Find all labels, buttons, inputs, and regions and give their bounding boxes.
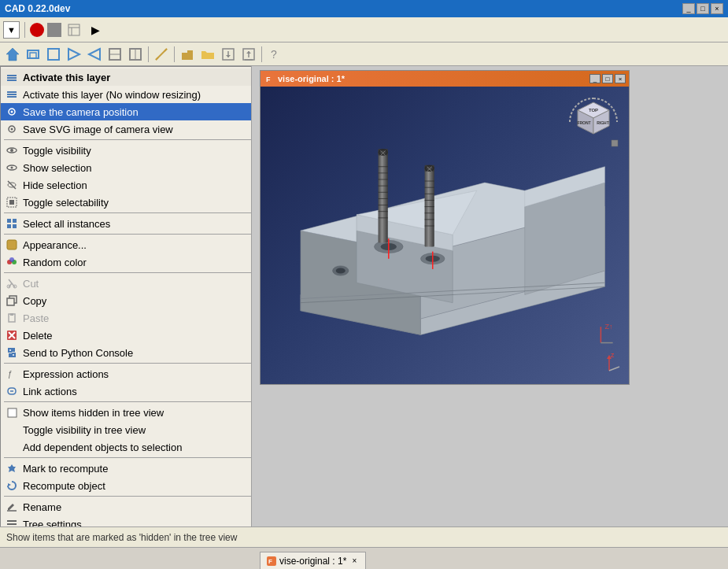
menu-item-random-color[interactable]: Random color bbox=[1, 253, 252, 271]
menu-item-activate-no-resize[interactable]: Activate this layer (No window resizing) bbox=[1, 86, 252, 103]
export-button[interactable] bbox=[219, 45, 238, 64]
svg-marker-7 bbox=[68, 49, 79, 60]
toolbar-row1: ▼ ▶ bbox=[0, 17, 728, 42]
svg-rect-133 bbox=[612, 140, 618, 146]
menu-item-hide-selection[interactable]: Hide selection bbox=[1, 176, 252, 194]
svg-rect-17 bbox=[187, 50, 193, 60]
menu-item-link-actions[interactable]: Link actions ▶ bbox=[1, 382, 252, 400]
menu-label: Show items hidden in tree view bbox=[23, 407, 164, 419]
view-back-button[interactable] bbox=[105, 45, 124, 64]
menu-item-cut[interactable]: Cut Ctrl+X bbox=[1, 275, 252, 292]
menu-label: Show selection bbox=[23, 162, 91, 174]
tab-label: vise-original : 1* bbox=[279, 556, 346, 567]
appearance-icon bbox=[6, 238, 18, 251]
import-button[interactable] bbox=[239, 45, 258, 64]
menu-item-toggle-visibility[interactable]: Toggle visibility Space bbox=[1, 142, 252, 159]
folder-button[interactable] bbox=[198, 45, 217, 64]
play-button[interactable]: ▶ bbox=[87, 20, 105, 39]
link-icon bbox=[6, 385, 18, 397]
svg-text:?: ? bbox=[271, 48, 277, 61]
menu-label: Copy bbox=[23, 295, 46, 307]
svg-rect-44 bbox=[7, 219, 11, 223]
minimize-button[interactable]: _ bbox=[682, 3, 695, 14]
axis-indicator: Z bbox=[597, 351, 621, 376]
menu-label: Add dependent objects to selection bbox=[23, 442, 182, 453]
svg-line-14 bbox=[156, 57, 158, 60]
svg-point-37 bbox=[10, 149, 13, 152]
view-top-button[interactable] bbox=[44, 45, 63, 64]
nav-cube[interactable]: TOP FRONT RIGHT bbox=[566, 94, 621, 150]
menu-label: Tree settings bbox=[23, 519, 82, 527]
menu-item-save-camera[interactable]: Save the camera position bbox=[1, 103, 252, 120]
measure-button[interactable] bbox=[152, 45, 171, 64]
inner-maximize-button[interactable]: □ bbox=[602, 74, 613, 83]
menu-item-add-dependent[interactable]: Add dependent objects to selection bbox=[1, 438, 252, 456]
view-right-button[interactable] bbox=[65, 45, 83, 64]
file-menu-dropdown[interactable]: ▼ bbox=[3, 21, 20, 39]
svg-marker-69 bbox=[8, 483, 11, 486]
svg-rect-57 bbox=[7, 298, 14, 305]
menu-item-toggle-selectability[interactable]: Toggle selectability bbox=[1, 194, 252, 211]
inner-title-controls: _ □ × bbox=[589, 74, 626, 83]
stop-button[interactable] bbox=[47, 23, 61, 37]
parts-button[interactable] bbox=[178, 45, 197, 64]
menu-item-appearance[interactable]: Appearance... Ctrl+D bbox=[1, 236, 252, 253]
inner-close-button[interactable]: × bbox=[615, 74, 626, 83]
view-home-button[interactable] bbox=[3, 45, 22, 64]
view-front-button[interactable] bbox=[24, 45, 42, 64]
svg-rect-28 bbox=[7, 79, 17, 81]
tree-settings-icon bbox=[6, 518, 18, 527]
menu-label: Appearance... bbox=[23, 239, 87, 251]
menu-item-show-selection[interactable]: Show selection bbox=[1, 159, 252, 176]
save-svg-icon bbox=[6, 123, 18, 135]
menu-label: Paste bbox=[23, 312, 49, 324]
tab-close-button[interactable]: × bbox=[349, 556, 359, 566]
menu-item-save-svg[interactable]: Save SVG image of camera view bbox=[1, 120, 252, 138]
viewport-3d[interactable]: Z↑ bbox=[261, 87, 629, 384]
view-left-button[interactable] bbox=[85, 45, 104, 64]
app-title: CAD 0.22.0dev bbox=[5, 3, 70, 14]
menu-item-show-hidden[interactable]: Show items hidden in tree view bbox=[1, 404, 252, 421]
svg-point-51 bbox=[9, 257, 14, 262]
svg-text:F: F bbox=[266, 76, 271, 83]
menu-item-select-all-instances[interactable]: Select all instances bbox=[1, 215, 252, 232]
status-text: Show items that are marked as 'hidden' i… bbox=[6, 532, 237, 543]
menu-item-mark-recompute[interactable]: Mark to recompute bbox=[1, 460, 252, 477]
maximize-button[interactable]: □ bbox=[697, 3, 709, 14]
menu-item-paste[interactable]: Paste Ctrl+V bbox=[1, 309, 252, 327]
svg-rect-67 bbox=[8, 408, 17, 417]
inner-3d-window: F vise-original : 1* _ □ × bbox=[260, 70, 630, 385]
menu-item-toggle-visibility-tree[interactable]: Toggle visibility in tree view bbox=[1, 421, 252, 438]
hide-selection-icon bbox=[6, 179, 18, 191]
view-bottom-button[interactable] bbox=[126, 45, 145, 64]
svg-rect-27 bbox=[7, 77, 17, 79]
inner-minimize-button[interactable]: _ bbox=[589, 74, 601, 83]
menu-label: Hide selection bbox=[23, 179, 87, 191]
help-button[interactable]: ? bbox=[265, 45, 284, 64]
svg-rect-59 bbox=[10, 313, 13, 316]
menu-item-send-python[interactable]: Send to Python Console Ctrl+Shift+P bbox=[1, 344, 252, 361]
menu-label: Random color bbox=[23, 257, 87, 268]
toolbar-sep4 bbox=[261, 46, 262, 62]
svg-rect-16 bbox=[182, 53, 187, 60]
menu-label: Save SVG image of camera view bbox=[23, 124, 173, 135]
tab-vise-original[interactable]: F vise-original : 1* × bbox=[260, 552, 366, 569]
menu-label: Recompute object bbox=[23, 480, 105, 492]
menu-label: Send to Python Console bbox=[23, 347, 133, 359]
edit-button[interactable] bbox=[65, 20, 83, 39]
svg-text:ƒ: ƒ bbox=[8, 370, 13, 379]
record-button[interactable] bbox=[30, 23, 44, 37]
svg-rect-72 bbox=[7, 523, 17, 525]
menu-item-copy[interactable]: Copy Ctrl+C bbox=[1, 292, 252, 309]
menu-item-expression-actions[interactable]: ƒ Expression actions ▶ bbox=[1, 365, 252, 382]
menu-item-recompute-object[interactable]: Recompute object bbox=[1, 477, 252, 494]
toolbar-sep1 bbox=[24, 22, 25, 38]
svg-rect-46 bbox=[7, 224, 11, 228]
menu-item-delete[interactable]: Delete Del bbox=[1, 327, 252, 344]
menu-label: Link actions bbox=[23, 386, 77, 397]
close-button[interactable]: × bbox=[711, 3, 723, 14]
delete-icon bbox=[6, 329, 18, 342]
svg-point-63 bbox=[9, 349, 11, 351]
menu-item-rename[interactable]: Rename F2 bbox=[1, 498, 252, 515]
menu-item-tree-settings[interactable]: Tree settings ▶ bbox=[1, 515, 252, 527]
